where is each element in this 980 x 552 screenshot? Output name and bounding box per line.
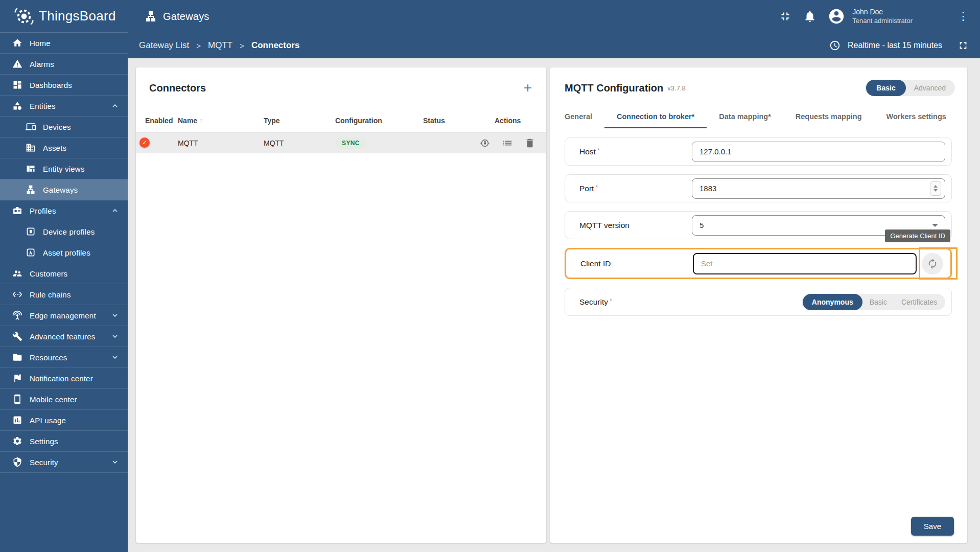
column-status: Status xyxy=(423,117,495,125)
fullscreen-icon[interactable] xyxy=(958,40,969,51)
connectors-table-header: Enabled Name ↑ Type Configuration Status… xyxy=(136,108,546,133)
breadcrumb-connectors: Connectors xyxy=(251,40,299,51)
tab-connection-to-broker[interactable]: Connection to broker* xyxy=(604,105,707,128)
sidebar-item-entity-views[interactable]: Entity views xyxy=(0,158,128,179)
edge-management-icon xyxy=(12,310,22,320)
user-info[interactable]: John Doe Tenant administrator xyxy=(852,8,913,25)
thingsboard-app: ThingsBoard Home Alarms Dashboards Entit… xyxy=(0,0,980,552)
column-configuration: Configuration xyxy=(335,117,423,125)
tab-workers-settings[interactable]: Workers settings xyxy=(874,105,959,128)
chevron-down-icon xyxy=(110,457,120,467)
sidebar-item-api-usage[interactable]: API usage xyxy=(0,410,128,431)
security-type-toggle: Anonymous Basic Certificates xyxy=(802,294,945,310)
collapse-fullscreen-icon[interactable] xyxy=(779,10,792,23)
generate-client-id-tooltip: Generate Client ID xyxy=(885,229,950,242)
connectors-title: Connectors xyxy=(149,82,206,94)
breadcrumb-mqtt[interactable]: MQTT xyxy=(208,40,232,51)
breadcrumb-separator: > xyxy=(240,41,244,50)
host-label: Host* xyxy=(579,147,692,156)
sidebar-item-customers[interactable]: Customers xyxy=(0,263,128,284)
delete-trash-icon[interactable] xyxy=(524,137,535,149)
sidebar-item-edge-management[interactable]: Edge management xyxy=(0,305,128,326)
column-enabled: Enabled xyxy=(145,117,178,125)
sidebar-item-asset-profiles[interactable]: Asset profiles xyxy=(0,242,128,263)
sidebar-item-gateways[interactable]: Gateways xyxy=(0,179,128,200)
sidebar-item-rule-chains[interactable]: Rule chains xyxy=(0,284,128,305)
add-connector-button[interactable]: + xyxy=(522,81,534,95)
mqtt-configuration-panel: MQTT Configuration v3.7.8 Basic Advanced… xyxy=(550,67,967,543)
chevron-down-icon xyxy=(110,311,120,320)
sidebar-item-home[interactable]: Home xyxy=(0,33,128,54)
stepper-down-icon[interactable] xyxy=(934,189,938,192)
user-name: John Doe xyxy=(852,8,913,17)
logs-list-icon[interactable] xyxy=(502,137,513,149)
client-id-label: Client ID xyxy=(580,259,693,268)
required-marker: * xyxy=(610,297,612,305)
save-button[interactable]: Save xyxy=(911,517,954,536)
sidebar-item-devices[interactable]: Devices xyxy=(0,117,128,137)
tab-general[interactable]: General xyxy=(552,105,604,128)
stepper-up-icon[interactable] xyxy=(934,185,938,188)
topbar: Gateways John Doe Tenant administrator ⋮ xyxy=(128,0,980,33)
security-certificates[interactable]: Certificates xyxy=(894,298,944,306)
advanced-features-icon xyxy=(12,331,22,341)
required-marker: * xyxy=(597,147,600,154)
breadcrumb-separator: > xyxy=(196,41,201,50)
user-avatar-icon[interactable] xyxy=(828,8,845,25)
settings-gear-icon xyxy=(12,436,22,446)
logo[interactable]: ThingsBoard xyxy=(0,0,128,33)
sidebar-item-security[interactable]: Security xyxy=(0,452,128,473)
refresh-icon xyxy=(927,258,938,269)
mobile-center-icon xyxy=(12,394,22,404)
notifications-bell-icon[interactable] xyxy=(803,10,816,23)
config-header: MQTT Configuration v3.7.8 Basic Advanced xyxy=(550,67,967,98)
tab-requests-mapping[interactable]: Requests mapping xyxy=(783,105,874,128)
sidebar: ThingsBoard Home Alarms Dashboards Entit… xyxy=(0,0,128,552)
configuration-cell: SYNC xyxy=(335,137,423,149)
client-id-input[interactable] xyxy=(693,253,917,274)
security-anonymous[interactable]: Anonymous xyxy=(803,294,862,310)
column-name[interactable]: Name ↑ xyxy=(178,117,264,125)
security-shield-icon xyxy=(12,457,22,467)
main-area: Gateways John Doe Tenant administrator ⋮… xyxy=(128,0,980,552)
rule-chains-icon xyxy=(12,289,22,300)
sidebar-item-notification-center[interactable]: Notification center xyxy=(0,368,128,389)
rpc-icon[interactable] xyxy=(479,137,491,149)
security-basic[interactable]: Basic xyxy=(862,298,894,306)
host-input[interactable] xyxy=(692,142,945,162)
sidebar-item-entities[interactable]: Entities xyxy=(0,96,128,117)
column-actions: Actions xyxy=(495,117,546,125)
generate-client-id-button[interactable] xyxy=(922,253,943,274)
enabled-toggle-cell: ✓ xyxy=(145,139,178,147)
tab-data-mapping[interactable]: Data mapping* xyxy=(707,105,783,128)
port-input[interactable] xyxy=(692,178,945,199)
security-field-row: Security* Anonymous Basic Certificates xyxy=(565,288,952,316)
timewindow-label[interactable]: Realtime - last 15 minutes xyxy=(848,41,942,50)
mode-advanced[interactable]: Advanced xyxy=(906,81,954,95)
page-title-group: Gateways xyxy=(145,10,209,22)
dashboards-icon xyxy=(12,80,22,90)
security-label: Security* xyxy=(579,297,692,307)
sidebar-item-profiles[interactable]: Profiles xyxy=(0,200,128,221)
more-menu-icon[interactable]: ⋮ xyxy=(954,10,972,23)
sidebar-item-resources[interactable]: Resources xyxy=(0,347,128,368)
connector-type: MQTT xyxy=(264,139,335,147)
number-stepper[interactable] xyxy=(930,181,941,196)
clock-icon[interactable] xyxy=(829,40,841,51)
sidebar-item-dashboards[interactable]: Dashboards xyxy=(0,75,128,96)
sidebar-item-alarms[interactable]: Alarms xyxy=(0,54,128,75)
config-tabs: General Connection to broker* Data mappi… xyxy=(550,105,967,128)
thingsboard-logo-icon xyxy=(14,7,34,26)
mode-basic[interactable]: Basic xyxy=(866,80,905,96)
mqtt-version-label: MQTT version xyxy=(579,221,692,230)
connector-row-mqtt[interactable]: ✓ MQTT MQTT SYNC xyxy=(136,133,546,153)
user-role: Tenant administrator xyxy=(852,17,913,25)
breadcrumb-gateway-list[interactable]: Gateway List xyxy=(139,40,189,51)
sync-badge: SYNC xyxy=(335,137,366,149)
sidebar-item-settings[interactable]: Settings xyxy=(0,431,128,452)
sidebar-item-advanced-features[interactable]: Advanced features xyxy=(0,326,128,347)
sidebar-item-assets[interactable]: Assets xyxy=(0,137,128,158)
sidebar-item-device-profiles[interactable]: Device profiles xyxy=(0,221,128,242)
sidebar-item-mobile-center[interactable]: Mobile center xyxy=(0,389,128,410)
port-label: Port* xyxy=(579,184,692,193)
